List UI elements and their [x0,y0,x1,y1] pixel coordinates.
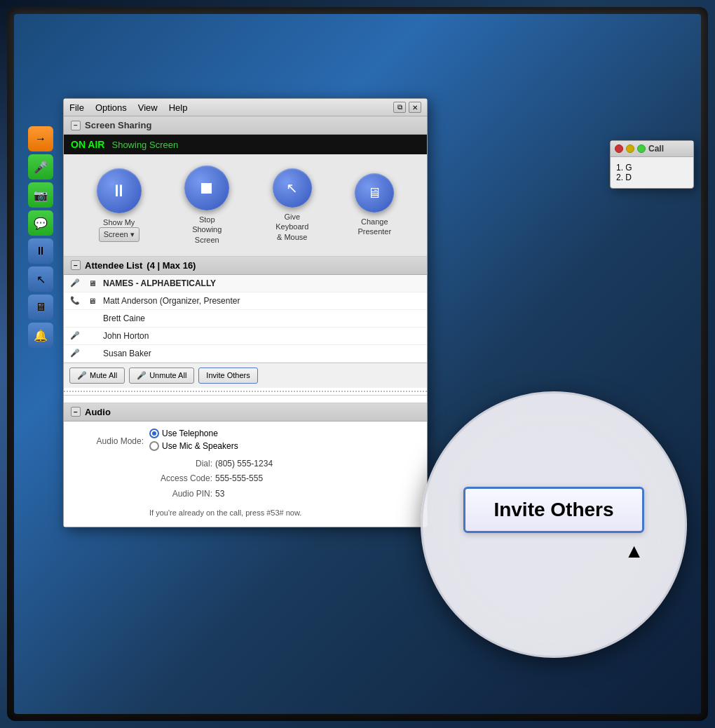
call-panel-title-text: Call [648,144,664,154]
traffic-light-green [637,144,646,153]
dial-row: Dial: (805) 555-1234 [149,457,417,472]
audio-info: Dial: (805) 555-1234 Access Code: 555-55… [149,457,417,520]
keyboard-control: ↖ GiveKeyboard& Mouse [273,168,312,242]
mic-col-icon: 🎤 [69,278,81,289]
audio-mode-label: Audio Mode: [74,436,144,446]
list-item: 1. G [616,163,688,173]
pin-label: Audio PIN: [149,487,212,502]
call-panel: Call 1. G 2. D [610,140,694,189]
controls-area: ⏸ Show My Screen ▾ ⏹ StopShowingScreen ↖… [64,154,427,257]
names-header: NAMES - ALPHABETICALLY [103,278,421,288]
screen-col-icon: 🖥 [86,278,97,289]
screen-sharing-title: Screen Sharing [85,120,151,130]
audio-options: Use Telephone Use Mic & Speakers [149,429,238,454]
arrow-button[interactable]: → [28,126,53,151]
close-button[interactable]: ✕ [409,102,421,113]
chat-button[interactable]: 💬 [28,210,53,236]
invite-others-button[interactable]: Invite Others [463,487,644,533]
unmute-all-button[interactable]: 🎤 Unmute All [129,368,194,384]
attendee-name: Susan Baker [103,349,421,358]
dial-label: Dial: [149,457,212,472]
pause-button[interactable]: ⏸ [28,238,53,264]
table-row: 📞 🖥 Matt Anderson (Organizer, Presenter [64,292,427,310]
stop-round-btn[interactable]: ⏹ [184,166,229,210]
attendee-section: − Attendee List (4 | Max 16) 🎤 🖥 NAMES -… [64,257,427,396]
screen-button[interactable]: 🖥 [28,295,53,320]
mic-button[interactable]: 🎤 [28,154,53,180]
audio-section-header: − Audio [64,403,427,422]
cursor-arrow-icon: ▲ [625,540,644,562]
collapse-screen-sharing[interactable]: − [71,121,81,130]
pin-value: 53 [215,487,224,502]
showing-screen-label: Showing Screen [111,140,178,150]
menu-help[interactable]: Help [169,102,188,113]
table-row: 🎤 John Horton [64,328,427,345]
presenter-control: 🖥 ChangePresenter [355,173,394,237]
menu-view[interactable]: View [138,102,158,113]
mic-label: Use Mic & Speakers [162,441,238,451]
attendee-count: (4 | Max 16) [147,260,196,271]
audio-section: − Audio Audio Mode: Use Telephone Use Mi… [64,396,427,527]
attendee-action-buttons: 🎤 Mute All 🎤 Unmute All Invite Others [64,363,427,388]
app-window: File Options View Help ⧉ ✕ − Screen Shar… [63,98,428,527]
attendee-list: 🎤 🖥 NAMES - ALPHABETICALLY 📞 🖥 Matt Ande… [64,275,427,363]
attendee-name: Matt Anderson (Organizer, Presenter [103,296,421,306]
telephone-label: Use Telephone [162,429,218,438]
pause-label: Show My Screen ▾ [99,217,139,242]
mic-option[interactable]: Use Mic & Speakers [149,441,238,451]
telephone-option[interactable]: Use Telephone [149,429,238,438]
show-my-dropdown[interactable]: Screen ▾ [99,227,139,241]
call-panel-body: 1. G 2. D [611,157,693,188]
dial-value: (805) 555-1234 [215,457,273,472]
audio-mode-row: Audio Mode: Use Telephone Use Mic & Spea… [74,429,417,454]
invite-others-small-button[interactable]: Invite Others [198,368,257,384]
attendee-screen-icon [86,348,97,359]
table-row: 🎤 Susan Baker [64,345,427,363]
mute-all-button[interactable]: 🎤 Mute All [69,368,125,384]
magnify-content: Invite Others ▲ [449,473,658,577]
footer-row: If you're already on the call, press #53… [149,506,417,520]
video-button[interactable]: 📷 [28,182,53,208]
unmute-all-icon: 🎤 [137,371,147,380]
stop-control: ⏹ StopShowingScreen [184,166,229,245]
screen-sharing-header: − Screen Sharing [64,116,427,135]
traffic-light-yellow [626,144,634,153]
attendee-name: Brett Caine [103,314,421,323]
audio-title: Audio [85,407,111,417]
title-bar: File Options View Help ⧉ ✕ [64,99,427,116]
title-controls: ⧉ ✕ [393,102,421,113]
restore-button[interactable]: ⧉ [393,102,406,113]
on-air-label: ON AIR [71,139,104,150]
telephone-radio[interactable] [149,429,159,438]
attendee-mic-icon: 🎤 [69,348,81,359]
menu-bar: File Options View Help [69,102,187,113]
attendee-mic-icon: 🎤 [69,330,81,342]
pause-round-btn[interactable]: ⏸ [97,168,142,213]
dotted-separator [64,391,427,392]
collapse-audio[interactable]: − [71,407,81,417]
menu-file[interactable]: File [69,102,84,113]
access-value: 555-555-555 [215,471,263,487]
presenter-round-btn[interactable]: 🖥 [355,173,394,213]
attendee-header: − Attendee List (4 | Max 16) [64,257,427,275]
magnify-overlay: Invite Others ▲ [421,391,687,658]
stop-label: StopShowingScreen [192,215,222,245]
collapse-attendee[interactable]: − [71,260,81,270]
access-label: Access Code: [149,471,212,487]
attendee-screen-icon: 🖥 [86,295,97,306]
pause-control: ⏸ Show My Screen ▾ [97,168,142,242]
access-row: Access Code: 555-555-555 [149,471,417,487]
side-toolbar: → 🎤 📷 💬 ⏸ ↖ 🖥 🔔 [28,126,55,348]
cursor-button[interactable]: ↖ [28,267,53,292]
menu-options[interactable]: Options [95,102,127,113]
attendee-mic-icon [69,313,81,324]
attendee-screen-icon [86,330,97,342]
flag-button[interactable]: 🔔 [28,323,53,348]
attendee-title: Attendee List [85,260,142,271]
keyboard-round-btn[interactable]: ↖ [273,168,312,208]
attendee-column-headers: 🎤 🖥 NAMES - ALPHABETICALLY [64,275,427,292]
table-row: Brett Caine [64,310,427,328]
keyboard-label: GiveKeyboard& Mouse [275,212,308,242]
mic-radio[interactable] [149,441,159,451]
attendee-mic-icon: 📞 [69,295,81,306]
